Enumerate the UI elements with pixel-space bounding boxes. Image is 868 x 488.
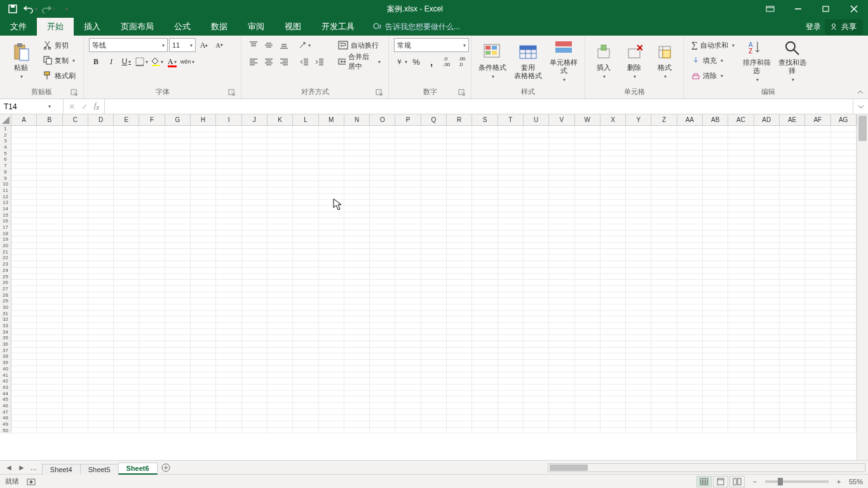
bold-button[interactable]: B [89, 55, 103, 69]
column-headers[interactable]: ABCDEFGHIJKLMNOPQRSTUVWXYZAAABACADAEAFAG [11, 114, 857, 126]
row-header[interactable]: 32 [0, 316, 11, 323]
col-header[interactable]: C [63, 114, 88, 126]
page-layout-view-button[interactable] [713, 476, 728, 487]
row-header[interactable]: 45 [0, 396, 11, 403]
percent-button[interactable]: % [409, 55, 423, 69]
clipboard-dialog-launcher[interactable] [71, 89, 78, 97]
col-header[interactable]: AE [780, 114, 805, 126]
cells-area[interactable] [11, 126, 857, 460]
col-header[interactable]: O [370, 114, 395, 126]
col-header[interactable]: M [319, 114, 344, 126]
col-header[interactable]: E [114, 114, 139, 126]
row-header[interactable]: 19 [0, 236, 11, 243]
horizontal-scrollbar[interactable] [175, 461, 868, 474]
sort-filter-button[interactable]: AZ排序和筛选▾ [741, 38, 773, 84]
col-header[interactable]: V [549, 114, 574, 126]
align-center-button[interactable] [262, 55, 276, 69]
align-left-button[interactable] [247, 55, 261, 69]
align-top-button[interactable] [247, 38, 261, 52]
alignment-dialog-launcher[interactable] [376, 89, 383, 97]
row-header[interactable]: 14 [0, 206, 11, 212]
sheet-nav-prev[interactable]: ◄ [5, 463, 13, 472]
macro-recording-icon[interactable] [27, 477, 36, 486]
row-header[interactable]: 41 [0, 372, 11, 379]
sheet-tab-sheet6[interactable]: Sheet6 [118, 463, 158, 475]
border-button[interactable]: ▾ [135, 55, 149, 69]
row-header[interactable]: 24 [0, 268, 11, 274]
align-bottom-button[interactable] [277, 38, 291, 52]
row-header[interactable]: 7 [0, 163, 11, 169]
row-header[interactable]: 40 [0, 366, 11, 372]
col-header[interactable]: Q [421, 114, 447, 126]
col-header[interactable]: P [395, 114, 421, 126]
wrap-text-button[interactable]: 自动换行 [336, 38, 383, 52]
tell-me-search[interactable]: 告诉我您想要做什么... [372, 18, 460, 36]
col-header[interactable]: AB [703, 114, 728, 126]
page-break-view-button[interactable] [729, 476, 745, 487]
name-box[interactable]: ▾ [0, 99, 64, 114]
row-header[interactable]: 30 [0, 304, 11, 311]
ribbon-display-options[interactable] [756, 2, 784, 16]
col-header[interactable]: S [472, 114, 498, 126]
row-header[interactable]: 44 [0, 391, 11, 397]
decrease-indent-button[interactable] [297, 55, 311, 69]
row-header[interactable]: 22 [0, 255, 11, 261]
col-header[interactable]: K [268, 114, 293, 126]
col-header[interactable]: L [293, 114, 318, 126]
col-header[interactable]: Z [651, 114, 677, 126]
row-header[interactable]: 17 [0, 224, 11, 231]
font-dialog-launcher[interactable] [228, 89, 236, 97]
fill-color-button[interactable]: ▾ [150, 55, 164, 69]
row-header[interactable]: 34 [0, 329, 11, 336]
row-header[interactable]: 46 [0, 403, 11, 409]
collapse-ribbon-button[interactable] [853, 36, 868, 98]
normal-view-button[interactable] [696, 476, 712, 487]
row-header[interactable]: 35 [0, 335, 11, 341]
tab-视图[interactable]: 视图 [275, 18, 311, 36]
row-header[interactable]: 9 [0, 175, 11, 182]
format-painter-button[interactable]: 格式刷 [41, 69, 78, 83]
row-headers[interactable]: 1234567891011121314151617181920212223242… [0, 126, 11, 460]
clear-button[interactable]: 清除▾ [689, 69, 737, 83]
col-header[interactable]: R [447, 114, 472, 126]
row-header[interactable]: 36 [0, 341, 11, 348]
col-header[interactable]: W [575, 114, 600, 126]
col-header[interactable]: J [242, 114, 268, 126]
col-header[interactable]: X [600, 114, 626, 126]
fill-button[interactable]: 填充▾ [689, 53, 737, 67]
row-header[interactable]: 21 [0, 249, 11, 255]
phonetic-guide-button[interactable]: wén▾ [180, 55, 194, 69]
row-header[interactable]: 49 [0, 421, 11, 428]
row-header[interactable]: 48 [0, 415, 11, 421]
find-select-button[interactable]: 查找和选择▾ [776, 38, 808, 84]
col-header[interactable]: T [498, 114, 524, 126]
sheet-nav-ellipsis[interactable]: ... [31, 463, 37, 472]
share-button[interactable]: 共享 [825, 19, 863, 35]
redo-button[interactable]: ▾ [41, 2, 56, 16]
tab-插入[interactable]: 插入 [74, 18, 111, 36]
qat-customize[interactable]: ▾ [58, 2, 74, 16]
col-header[interactable]: B [37, 114, 62, 126]
row-header[interactable]: 4 [0, 144, 11, 151]
select-all-corner[interactable] [0, 114, 11, 126]
zoom-in-button[interactable]: + [834, 478, 844, 485]
close-button[interactable] [840, 2, 868, 16]
minimize-button[interactable] [784, 2, 812, 16]
col-header[interactable]: AF [805, 114, 831, 126]
copy-button[interactable]: 复制▾ [41, 53, 78, 67]
tab-文件[interactable]: 文件 [0, 18, 37, 36]
save-button[interactable] [5, 2, 20, 16]
increase-font-button[interactable]: A▴ [197, 38, 211, 52]
tab-数据[interactable]: 数据 [201, 18, 238, 36]
row-header[interactable]: 20 [0, 243, 11, 249]
zoom-slider[interactable] [765, 480, 829, 483]
col-header[interactable]: Y [626, 114, 651, 126]
insert-function-icon[interactable]: fx [94, 101, 99, 111]
number-dialog-launcher[interactable] [458, 89, 466, 97]
col-header[interactable]: D [88, 114, 114, 126]
format-cells-button[interactable]: 格式▾ [651, 38, 678, 84]
row-header[interactable]: 25 [0, 274, 11, 280]
sheet-nav-next[interactable]: ► [18, 463, 25, 472]
tab-公式[interactable]: 公式 [164, 18, 201, 36]
col-header[interactable]: AC [728, 114, 754, 126]
